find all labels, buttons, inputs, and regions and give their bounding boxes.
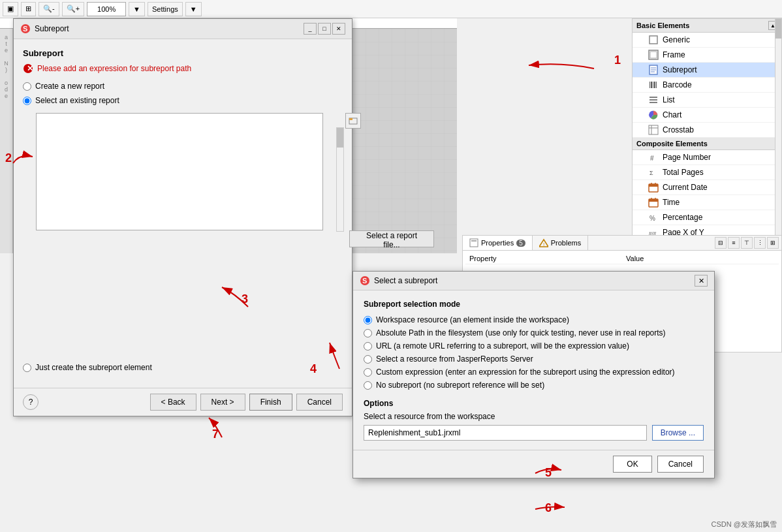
- element-total-pages[interactable]: Σ Total Pages: [633, 165, 781, 180]
- ss-radio-workspace-label: Workspace resource (an element inside th…: [376, 315, 569, 324]
- svg-text:S: S: [362, 277, 367, 285]
- panel-tool-3[interactable]: ⋮: [754, 237, 766, 249]
- radio-create-new-input[interactable]: [23, 82, 31, 91]
- svg-rect-1: [649, 36, 657, 44]
- ss-title-area: S Select a subreport: [360, 275, 437, 286]
- panel-tool-2[interactable]: ≡: [728, 237, 740, 249]
- toolbar-btn-1[interactable]: ▣: [3, 2, 18, 16]
- current-date-icon: [648, 182, 659, 193]
- svg-rect-10: [653, 82, 653, 88]
- ss-resource-input[interactable]: [364, 425, 647, 441]
- ss-body: Subreport selection mode Workspace resou…: [353, 290, 714, 450]
- element-frame[interactable]: Frame: [633, 48, 781, 63]
- error-icon: ✕: [23, 63, 33, 74]
- radio-create-new[interactable]: Create a new report: [23, 82, 343, 91]
- ss-radio-jasper-label: Select a resource from JasperReports Ser…: [376, 354, 533, 364]
- panel-tool-1[interactable]: ⊟: [715, 237, 727, 249]
- ss-input-row: Browse ...: [364, 425, 704, 441]
- element-percentage[interactable]: % Percentage: [633, 210, 781, 225]
- wizard-close[interactable]: ✕: [332, 23, 345, 35]
- browse-small-icon: [349, 116, 358, 125]
- textarea-scrollbar[interactable]: [336, 127, 344, 232]
- settings-btn[interactable]: Settings: [148, 2, 183, 16]
- ss-close-btn[interactable]: ✕: [695, 275, 708, 287]
- tab-problems-label: Problems: [551, 239, 581, 247]
- ss-ok-btn[interactable]: OK: [613, 456, 651, 473]
- wizard-error: ✕ Please add an expression for subreport…: [23, 63, 343, 74]
- radio-select-existing[interactable]: Select an existing report: [23, 96, 343, 105]
- ss-cancel-btn[interactable]: Cancel: [657, 456, 704, 473]
- ss-radio-none-input[interactable]: [364, 381, 372, 390]
- select-report-file-btn[interactable]: Select a report file...: [349, 230, 434, 247]
- generic-icon: [648, 35, 659, 45]
- scrollbar-thumb[interactable]: [775, 19, 781, 39]
- wizard-maximize[interactable]: □: [318, 23, 331, 35]
- select-subreport-dialog: S Select a subreport ✕ Subreport selecti…: [352, 271, 715, 478]
- element-subreport[interactable]: Subreport: [633, 63, 781, 78]
- composite-elements-header: Composite Elements: [633, 138, 781, 150]
- wizard-minimize[interactable]: _: [304, 23, 317, 35]
- tab-properties[interactable]: Properties 5: [463, 236, 533, 250]
- tab-problems[interactable]: ! Problems: [533, 236, 588, 250]
- wizard-cancel-btn[interactable]: Cancel: [296, 394, 343, 411]
- subreport-wizard-titlebar[interactable]: S Subreport _ □ ✕: [14, 19, 352, 39]
- ss-radio-group: Workspace resource (an element inside th…: [364, 315, 704, 390]
- ss-radio-url[interactable]: URL (a remote URL referring to a subrepo…: [364, 341, 704, 351]
- element-time[interactable]: Time: [633, 195, 781, 210]
- ss-radio-url-input[interactable]: [364, 342, 372, 351]
- ss-title-text: Select a subreport: [374, 276, 437, 285]
- wizard-finish-btn[interactable]: Finish: [249, 394, 292, 411]
- element-time-label: Time: [663, 198, 680, 207]
- element-list[interactable]: List: [633, 93, 781, 108]
- toolbar-btn-zoom-out[interactable]: 🔍-: [39, 2, 59, 16]
- svg-rect-11: [654, 82, 655, 88]
- wizard-body: Subreport ✕ Please add an expression for…: [14, 39, 352, 388]
- element-page-number[interactable]: # Page Number: [633, 150, 781, 165]
- just-create-label: Just create the subreport element: [35, 363, 152, 372]
- ss-radio-custom-label: Custom expression (enter an expression f…: [376, 368, 675, 377]
- percentage-icon: %: [648, 212, 659, 223]
- just-create-container: Just create the subreport element: [23, 363, 343, 372]
- settings-dropdown[interactable]: ▼: [185, 2, 202, 16]
- subreport-icon: [648, 65, 659, 75]
- ss-title-icon: S: [360, 275, 370, 286]
- element-barcode[interactable]: Barcode: [633, 78, 781, 93]
- zoom-dropdown[interactable]: ▼: [129, 2, 145, 16]
- ss-titlebar[interactable]: S Select a subreport ✕: [353, 272, 714, 290]
- ss-radio-workspace[interactable]: Workspace resource (an element inside th…: [364, 315, 704, 324]
- ss-browse-btn[interactable]: Browse ...: [652, 425, 704, 441]
- element-frame-label: Frame: [663, 50, 685, 59]
- ss-radio-jasper[interactable]: Select a resource from JasperReports Ser…: [364, 354, 704, 364]
- ss-radio-custom[interactable]: Custom expression (enter an expression f…: [364, 368, 704, 377]
- radio-select-existing-input[interactable]: [23, 97, 31, 105]
- ss-radio-absolute-input[interactable]: [364, 329, 372, 337]
- prop-header-value: Value: [622, 253, 779, 264]
- panel-tool-4[interactable]: ⊞: [767, 237, 779, 249]
- element-chart[interactable]: Chart: [633, 108, 781, 123]
- textarea-scroll-thumb[interactable]: [337, 128, 343, 148]
- panel-scrollbar[interactable]: [775, 19, 781, 266]
- toolbar-btn-zoom-in[interactable]: 🔍+: [62, 2, 84, 16]
- ss-radio-none[interactable]: No subreport (no subreport reference wil…: [364, 381, 704, 390]
- ss-radio-absolute-label: Absolute Path in the filesystem (use onl…: [376, 328, 666, 337]
- panel-filter[interactable]: ⊤: [741, 237, 753, 249]
- wizard-next-btn[interactable]: Next >: [200, 394, 245, 411]
- radio-just-create[interactable]: [23, 364, 31, 372]
- element-crosstab[interactable]: Crosstab: [633, 123, 781, 138]
- report-path-container: Select a report file...: [36, 113, 343, 232]
- ss-radio-workspace-input[interactable]: [364, 316, 372, 324]
- prop-header-property: Property: [465, 253, 622, 264]
- element-current-date[interactable]: Current Date: [633, 180, 781, 195]
- ss-radio-jasper-input[interactable]: [364, 355, 372, 364]
- crosstab-icon: [648, 125, 659, 135]
- wizard-help-btn[interactable]: ?: [23, 394, 39, 410]
- wizard-error-text: Please add an expression for subreport p…: [37, 64, 191, 73]
- wizard-back-btn[interactable]: < Back: [150, 394, 196, 411]
- report-path-textarea[interactable]: [36, 113, 323, 230]
- element-generic[interactable]: Generic: [633, 33, 781, 48]
- ss-radio-custom-input[interactable]: [364, 368, 372, 377]
- ss-radio-absolute[interactable]: Absolute Path in the filesystem (use onl…: [364, 328, 704, 337]
- watermark: CSDN @发落如飘雪: [712, 520, 777, 529]
- toolbar-btn-2[interactable]: ⊞: [21, 2, 36, 16]
- small-browse-btn[interactable]: [345, 113, 361, 129]
